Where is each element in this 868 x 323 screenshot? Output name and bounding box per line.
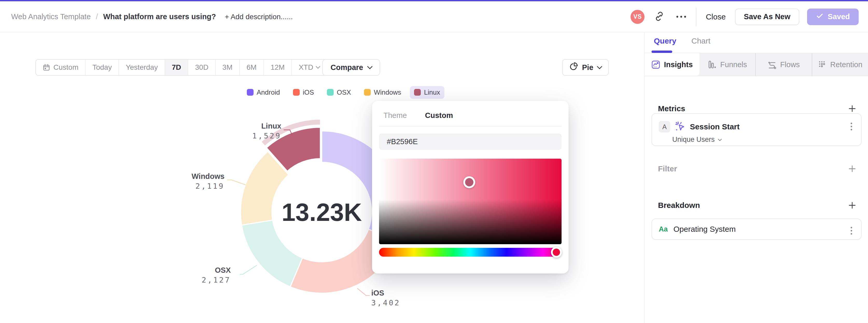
filter-heading: Filter (658, 164, 677, 173)
breadcrumb-root[interactable]: Web Analytics Template (11, 12, 91, 21)
metric-row: A Session Start (652, 120, 861, 133)
saturation-gradient-area[interactable] (379, 159, 562, 244)
active-tab-underline (652, 51, 672, 53)
close-button[interactable]: Close (704, 12, 727, 21)
retention-icon (818, 60, 827, 69)
range-xtd[interactable]: XTD (292, 60, 327, 75)
top-accent-bar (0, 0, 868, 1)
legend-label: Linux (424, 88, 440, 96)
color-picker-popup: Theme Custom (372, 101, 568, 273)
range-label: 6M (247, 63, 257, 71)
hue-slider-handle[interactable] (551, 247, 562, 258)
calendar-icon (42, 64, 50, 71)
pie-slice-osx[interactable] (242, 220, 302, 287)
tab-query[interactable]: Query (654, 37, 676, 45)
tab-custom[interactable]: Custom (425, 111, 453, 120)
panel-tabs: Query Chart (654, 37, 710, 45)
header-divider (696, 7, 696, 26)
check-icon (816, 12, 824, 22)
analysis-type-tabs: InsightsFunnelsFlowsRetention (645, 53, 868, 76)
query-panel: Query Chart InsightsFunnelsFlowsRetentio… (644, 32, 868, 323)
legend-item-android[interactable]: Android (243, 86, 284, 99)
cursor-click-icon (674, 121, 686, 133)
avatar[interactable]: VS (630, 10, 645, 24)
metric-kebab-menu[interactable] (849, 121, 854, 132)
slice-label-value-osx: 2,127 (202, 276, 231, 284)
chart-type-button[interactable]: Pie (562, 59, 609, 76)
more-options-button[interactable] (674, 10, 688, 24)
date-range-group: CustomTodayYesterday7D30D3M6M12MXTD (35, 59, 327, 76)
add-description-button[interactable]: + Add description...... (225, 13, 293, 21)
chart-type-label: Pie (582, 63, 593, 72)
range-label: 3M (222, 63, 232, 71)
leader-line-windows (227, 180, 246, 185)
range-label: 30D (195, 63, 208, 71)
range-12m[interactable]: 12M (264, 60, 292, 75)
legend-label: Android (257, 88, 280, 96)
add-metric-button[interactable] (848, 104, 857, 113)
pie-center-total: 13.23K (282, 198, 362, 226)
page-title[interactable]: What platform are users using? (103, 12, 216, 21)
legend-swatch (247, 89, 253, 96)
metric-card[interactable]: A Session Start Unique Users (652, 113, 862, 146)
header-actions: VS Close Save As New Saved (630, 1, 859, 32)
legend-item-windows[interactable]: Windows (360, 86, 405, 99)
save-as-new-button[interactable]: Save As New (735, 8, 799, 25)
pie-chart-icon (569, 62, 578, 73)
aggregation-dropdown[interactable]: Unique Users (672, 136, 721, 143)
tab-funnels[interactable]: Funnels (700, 53, 755, 76)
slice-label-name-osx: OSX (215, 266, 231, 274)
tab-insights[interactable]: Insights (645, 53, 700, 76)
legend-label: OSX (337, 88, 351, 96)
range-yesterday[interactable]: Yesterday (119, 60, 165, 75)
metric-badge: A (659, 121, 670, 132)
analysis-tab-label: Retention (830, 60, 862, 69)
range-6m[interactable]: 6M (240, 60, 264, 75)
add-filter-button[interactable] (848, 164, 857, 173)
hue-slider[interactable] (379, 248, 562, 257)
slice-label-value-ios: 3,402 (371, 298, 400, 307)
analysis-tab-label: Insights (664, 60, 693, 69)
color-cursor[interactable] (463, 176, 475, 188)
metric-event-name: Session Start (690, 122, 740, 131)
compare-label: Compare (331, 63, 363, 72)
range-label: Custom (53, 63, 78, 71)
tab-retention[interactable]: Retention (812, 53, 868, 76)
chevron-down-icon (315, 64, 320, 69)
range-label: 7D (172, 63, 181, 71)
legend-label: Windows (374, 88, 401, 96)
link-icon (654, 11, 664, 22)
range-today[interactable]: Today (86, 60, 119, 75)
tab-theme[interactable]: Theme (383, 111, 407, 120)
add-breakdown-button[interactable] (848, 201, 857, 210)
tab-chart[interactable]: Chart (691, 37, 710, 45)
breakdown-kebab-menu[interactable] (849, 225, 854, 236)
legend-swatch (293, 89, 300, 96)
legend-item-osx[interactable]: OSX (323, 86, 355, 99)
range-7d[interactable]: 7D (165, 60, 188, 75)
legend-item-linux[interactable]: Linux (410, 86, 444, 99)
hex-color-input[interactable] (379, 133, 562, 150)
ellipsis-icon (676, 16, 686, 18)
chevron-down-icon (596, 64, 602, 69)
breakdown-item-label: Operating System (674, 225, 736, 233)
compare-button[interactable]: Compare (322, 59, 380, 76)
range-30d[interactable]: 30D (188, 60, 215, 75)
flows-icon (768, 60, 776, 69)
slice-label-value-windows: 2,119 (195, 182, 224, 191)
breakdown-card[interactable]: Aa Operating System (652, 219, 862, 240)
legend-label: iOS (303, 88, 314, 96)
slice-label-name-windows: Windows (192, 172, 224, 181)
leader-line-ios (357, 288, 370, 295)
legend-item-ios[interactable]: iOS (289, 86, 318, 99)
share-link-button[interactable] (652, 10, 666, 24)
range-custom[interactable]: Custom (36, 60, 86, 75)
range-3m[interactable]: 3M (216, 60, 240, 75)
saved-button-label: Saved (828, 12, 850, 21)
saved-button[interactable]: Saved (807, 8, 859, 25)
tab-flows[interactable]: Flows (755, 53, 811, 76)
breakdown-row: Aa Operating System (652, 219, 861, 239)
breadcrumb-separator: / (96, 12, 98, 21)
text-property-icon: Aa (659, 225, 668, 233)
metrics-heading: Metrics (658, 104, 685, 113)
